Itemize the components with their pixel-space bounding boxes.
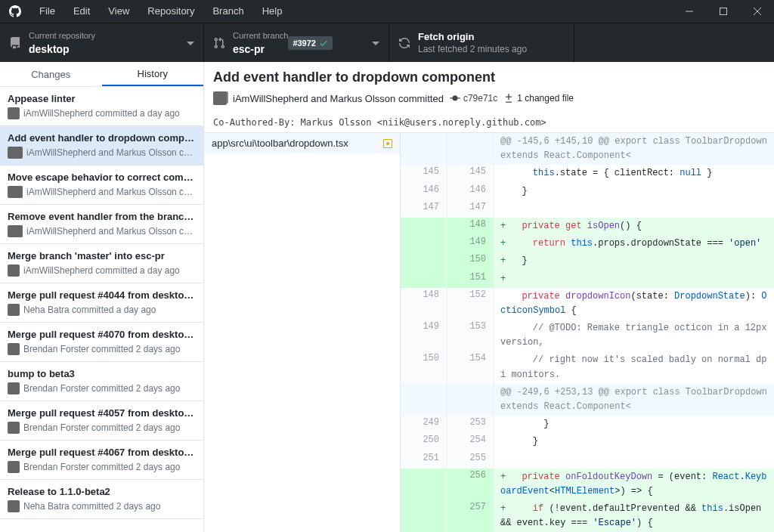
avatar (8, 147, 23, 159)
chevron-down-icon (372, 37, 379, 48)
avatar (8, 343, 20, 355)
commit-item-title: Merge pull request #4044 from desktop/… (8, 289, 196, 301)
menubar: FileEditViewRepositoryBranchHelp (30, 0, 291, 23)
fetch-button[interactable]: Fetch origin Last fetched 2 minutes ago (389, 23, 574, 62)
commit-item-title: Merge pull request #4057 from desktop/… (8, 407, 196, 419)
commit-item-meta: iAmWillShepherd and Markus Olsson co… (8, 225, 196, 237)
pull-request-icon (213, 37, 225, 49)
diff-line: 146146 } (401, 183, 774, 200)
commit-item[interactable]: Merge pull request #4057 from desktop/…B… (0, 401, 203, 441)
menu-branch[interactable]: Branch (203, 0, 252, 23)
diff-line: 151+ (401, 271, 774, 288)
avatar (8, 186, 23, 198)
commit-item[interactable]: Release to 1.1.0-beta2Neha Batra committ… (0, 480, 203, 519)
file-item[interactable]: app\src\ui\toolbar\dropdown.tsx (204, 133, 400, 153)
diff-line: 250254 } (401, 433, 774, 450)
commit-item[interactable]: Remove event handler from the branches…i… (0, 205, 203, 244)
commit-item-meta: Brendan Forster committed 2 days ago (8, 422, 196, 434)
commit-item[interactable]: bump to beta3Brendan Forster committed 2… (0, 362, 203, 401)
avatar (8, 422, 20, 434)
commit-item[interactable]: Add event handler to dropdown compon…iAm… (0, 126, 203, 165)
repo-label: Current repository (29, 29, 95, 42)
pr-badge: #3972 (288, 36, 333, 50)
diff-line: 149+ return this.props.dropdownState ===… (401, 235, 774, 252)
minimize-button[interactable] (672, 0, 706, 23)
commit-item[interactable]: Merge branch 'master' into esc-priAmWill… (0, 244, 203, 283)
diff-line: 145145 this.state = { clientRect: null } (401, 165, 774, 182)
avatar (8, 107, 20, 119)
commit-item-title: Add event handler to dropdown compon… (8, 132, 196, 144)
changed-files-count: 1 changed file (503, 93, 574, 104)
file-list: app\src\ui\toolbar\dropdown.tsx (204, 133, 401, 532)
tab-changes[interactable]: Changes (0, 62, 102, 86)
repository-dropdown[interactable]: Current repository desktop (0, 23, 204, 62)
avatar (8, 304, 20, 316)
tabs: Changes History (0, 62, 203, 87)
close-button[interactable] (740, 0, 774, 23)
commit-item-title: bump to beta3 (8, 368, 196, 379)
commit-item-meta: Brendan Forster committed 2 days ago (8, 461, 196, 473)
avatar (8, 461, 20, 473)
diff-line: 148+ private get isOpen() { (401, 218, 774, 235)
menu-file[interactable]: File (30, 0, 64, 23)
diff-line: 148152 private dropdownIcon(state: Dropd… (401, 288, 774, 320)
maximize-button[interactable] (706, 0, 740, 23)
commit-title: Add event handler to dropdown component (213, 70, 765, 85)
fetch-label: Fetch origin (418, 31, 527, 44)
diff-line: 150154 // right now it's scaled badly on… (401, 351, 774, 383)
toolbar: Current repository desktop Current branc… (0, 23, 774, 62)
diff-view[interactable]: @@ -145,6 +145,10 @@ export class Toolba… (401, 133, 774, 532)
repo-name: desktop (29, 42, 95, 56)
commit-item[interactable]: Merge pull request #4067 from desktop/…B… (0, 441, 203, 480)
modified-status-icon (383, 139, 392, 148)
avatar (8, 382, 20, 394)
commit-item[interactable]: Move escape behavior to correct compo…iA… (0, 165, 203, 205)
titlebar: FileEditViewRepositoryBranchHelp (0, 0, 774, 23)
file-path: app\src\ui\toolbar\dropdown.tsx (212, 138, 348, 149)
commit-item-meta: iAmWillShepherd and Markus Olsson co… (8, 186, 196, 198)
check-icon (319, 39, 328, 48)
chevron-down-icon (187, 37, 194, 48)
commit-item-title: Remove event handler from the branches… (8, 211, 196, 222)
commit-byline: iAmWillShepherd and Markus Olsson commit… (233, 93, 444, 104)
fetch-status: Last fetched 2 minutes ago (418, 44, 527, 54)
commit-detail: Add event handler to dropdown component … (204, 62, 774, 532)
coauthor-line: Co-Authored-By: Markus Olsson <niik@user… (204, 113, 774, 132)
sync-icon (398, 37, 410, 49)
menu-help[interactable]: Help (253, 0, 292, 23)
commit-item-title: Merge pull request #4067 from desktop/… (8, 447, 196, 458)
commit-item-title: Release to 1.1.0-beta2 (8, 486, 196, 497)
menu-edit[interactable]: Edit (64, 0, 99, 23)
repo-icon (9, 37, 21, 49)
tab-history[interactable]: History (102, 62, 204, 86)
changed-files-text: 1 changed file (517, 93, 574, 104)
commit-list[interactable]: Appease linteriAmWillShepherd committed … (0, 87, 203, 532)
commit-icon (450, 93, 460, 104)
diff-line: 256+ private onFoldoutKeyDown = (event: … (401, 469, 774, 500)
diff-line: @@ -145,6 +145,10 @@ export class Toolba… (401, 133, 774, 165)
window-controls (672, 0, 774, 23)
menu-repository[interactable]: Repository (138, 0, 203, 23)
diff-line: 251255 (401, 451, 774, 469)
commit-item-meta: iAmWillShepherd committed a day ago (8, 264, 196, 277)
commit-item-meta: iAmWillShepherd committed a day ago (8, 107, 196, 119)
commit-item[interactable]: Merge pull request #4044 from desktop/…N… (0, 283, 203, 323)
commit-item-meta: Brendan Forster committed 2 days ago (8, 343, 196, 355)
avatar (213, 91, 227, 105)
commit-item-meta: Neha Batra committed 2 days ago (8, 500, 196, 512)
commit-item[interactable]: Appease linteriAmWillShepherd committed … (0, 87, 203, 126)
branch-label: Current branch (233, 29, 288, 42)
svg-rect-1 (720, 8, 726, 15)
avatar (8, 264, 20, 277)
diff-line: 147147 (401, 200, 774, 218)
diff-line: @@ -249,6 +253,13 @@ export class Toolba… (401, 384, 774, 416)
diff-line: 249253 } (401, 416, 774, 433)
branch-dropdown[interactable]: Current branch esc-pr #3972 (204, 23, 389, 62)
commit-item[interactable]: Merge pull request #4070 from desktop/…B… (0, 323, 203, 362)
menu-view[interactable]: View (99, 0, 138, 23)
diff-line: 257+ if (!event.defaultPrevented && this… (401, 500, 774, 532)
commit-item-meta: iAmWillShepherd and Markus Olsson co… (8, 147, 196, 159)
github-logo (0, 5, 30, 17)
diff-line: 150+ } (401, 252, 774, 270)
diff-icon (503, 93, 514, 104)
